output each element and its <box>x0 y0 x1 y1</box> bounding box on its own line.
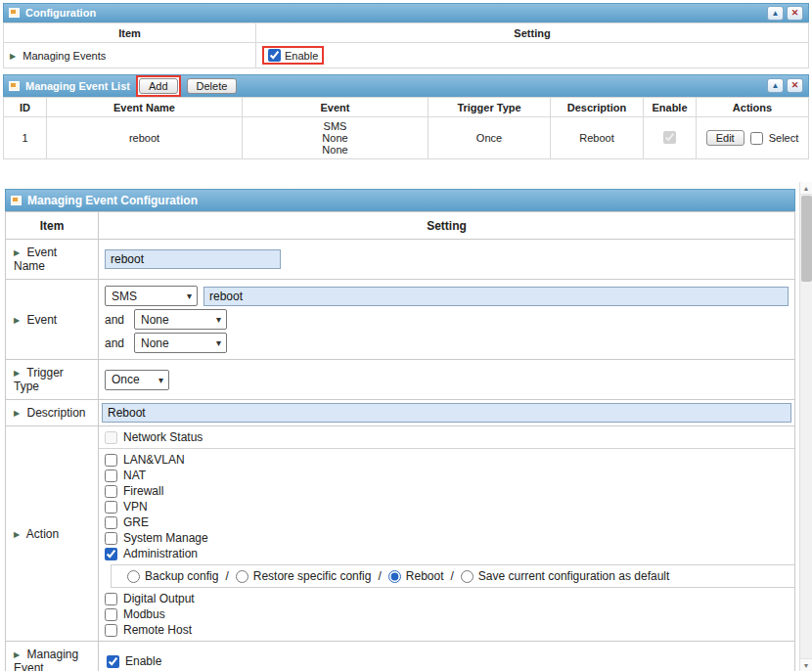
window-buttons: ▲ ✕ <box>767 78 803 93</box>
event-type-selected-value: SMS <box>112 290 137 303</box>
trigger-type-select[interactable]: Once ▾ <box>105 370 169 390</box>
scrollbar-thumb[interactable] <box>801 196 812 282</box>
event-list-row: 1 reboot SMS None None Once Reboot Edit <box>4 117 809 159</box>
description-input[interactable] <box>102 403 791 423</box>
managing-events-enable-checkbox[interactable] <box>268 49 281 62</box>
modbus-checkbox[interactable] <box>105 608 117 621</box>
action-label: Action <box>26 527 59 541</box>
save-default-label: Save current configuration as default <box>478 569 669 583</box>
save-default-radio[interactable] <box>461 570 474 583</box>
row-managing-event: ▶ Managing Event Enable <box>6 642 795 671</box>
event-label: Event <box>27 313 58 327</box>
collapse-button[interactable]: ▲ <box>767 78 784 93</box>
gre-checkbox[interactable] <box>105 516 117 529</box>
configuration-panel: Configuration ▲ ✕ Item Setting ▶ Managin… <box>3 3 809 68</box>
column-header-event-name: Event Name <box>47 98 243 117</box>
row-select-checkbox[interactable] <box>750 132 763 145</box>
event-list-panel-title: Managing Event List <box>25 80 130 92</box>
nat-label: NAT <box>123 469 146 482</box>
trigger-type-selected-value: Once <box>112 373 140 386</box>
chevron-down-icon: ▾ <box>216 337 221 348</box>
lan-vlan-checkbox[interactable] <box>105 454 117 467</box>
configuration-panel-title: Configuration <box>25 7 96 19</box>
cell-trigger-type: Once <box>429 117 551 159</box>
remote-host-checkbox[interactable] <box>105 624 117 637</box>
column-header-item: Item <box>6 212 99 240</box>
radio-separator: / <box>225 569 228 583</box>
restore-config-radio[interactable] <box>236 570 248 583</box>
system-manage-label: System Manage <box>123 531 208 545</box>
row-description: ▶ Description <box>6 400 795 426</box>
column-header-trigger-type: Trigger Type <box>429 98 551 117</box>
event-list-table: ID Event Name Event Trigger Type Descrip… <box>3 97 809 159</box>
close-button[interactable]: ✕ <box>787 6 803 21</box>
event-and1-select[interactable]: None ▾ <box>134 309 227 330</box>
and-label: and <box>105 336 128 350</box>
panel-icon <box>9 81 20 91</box>
remote-host-label: Remote Host <box>123 623 192 637</box>
item-arrow-icon: ▶ <box>14 409 20 418</box>
column-header-setting: Setting <box>256 23 809 43</box>
enable-label: Enable <box>125 654 161 668</box>
managing-events-label: Managing Events <box>23 50 106 62</box>
event-and2-select[interactable]: None ▾ <box>134 333 227 353</box>
managing-event-enable-checkbox[interactable] <box>107 655 119 668</box>
event-name-label: Event Name <box>14 246 57 273</box>
vertical-scrollbar[interactable]: ▲ ▼ <box>799 182 812 671</box>
network-status-checkbox <box>105 431 117 444</box>
highlight-box-add: Add <box>136 75 181 97</box>
administration-checkbox[interactable] <box>105 548 117 560</box>
backup-config-label: Backup config <box>145 569 218 583</box>
item-arrow-icon: ▶ <box>14 369 20 378</box>
chevron-down-icon: ▾ <box>216 314 221 325</box>
managing-event-configuration-dialog: Managing Event Configuration Item Settin… <box>5 189 795 671</box>
chevron-down-icon: ▾ <box>158 375 163 385</box>
column-header-event: Event <box>243 98 429 117</box>
firewall-checkbox[interactable] <box>105 485 117 498</box>
table-row: ▶ Managing Events Enable <box>4 43 809 68</box>
network-status-label: Network Status <box>123 430 203 444</box>
row-event-name: ▶ Event Name <box>6 240 795 280</box>
trigger-type-label: Trigger Type <box>14 366 64 393</box>
vpn-checkbox[interactable] <box>105 501 117 514</box>
event-value-input[interactable] <box>203 287 789 306</box>
delete-button[interactable]: Delete <box>187 78 238 94</box>
item-arrow-icon: ▶ <box>14 316 20 325</box>
row-action: ▶ Action Network Status LAN&VLAN <box>6 426 795 642</box>
item-arrow-icon: ▶ <box>14 650 20 659</box>
column-header-item: Item <box>4 23 256 43</box>
backup-config-radio[interactable] <box>127 570 140 583</box>
edit-button[interactable]: Edit <box>706 130 744 146</box>
cell-id: 1 <box>4 117 47 159</box>
enable-label: Enable <box>285 50 318 62</box>
collapse-button[interactable]: ▲ <box>767 6 784 21</box>
system-manage-checkbox[interactable] <box>105 532 117 545</box>
managing-event-list-panel: Managing Event List Add Delete ▲ ✕ ID Ev… <box>3 74 809 159</box>
close-button[interactable]: ✕ <box>787 78 803 93</box>
gre-label: GRE <box>123 515 149 529</box>
cell-description: Reboot <box>551 117 644 159</box>
configuration-table: Item Setting ▶ Managing Events Enable <box>3 22 809 68</box>
row-event: ▶ Event SMS ▾ and None <box>6 280 795 360</box>
row-actions: Edit Select <box>702 130 802 146</box>
vpn-label: VPN <box>123 500 148 514</box>
event-config-table: Item Setting ▶ Event Name ▶ Event <box>5 211 795 671</box>
cell-event: SMS None None <box>248 120 422 156</box>
event-and1-selected-value: None <box>141 313 169 327</box>
item-arrow-icon: ▶ <box>10 52 16 61</box>
event-config-title: Managing Event Configuration <box>27 194 198 207</box>
event-type-select[interactable]: SMS ▾ <box>105 286 198 306</box>
reboot-radio[interactable] <box>388 570 401 583</box>
event-and2-selected-value: None <box>141 336 169 350</box>
chevron-down-icon: ▾ <box>187 291 192 301</box>
scroll-up-button[interactable]: ▲ <box>800 182 812 195</box>
event-name-input[interactable] <box>105 249 281 269</box>
add-button[interactable]: Add <box>139 78 178 94</box>
select-label: Select <box>769 132 799 144</box>
radio-separator: / <box>451 569 454 583</box>
restore-config-label: Restore specific config <box>253 569 372 583</box>
nat-checkbox[interactable] <box>105 470 117 482</box>
digital-output-checkbox[interactable] <box>105 593 117 605</box>
lan-vlan-label: LAN&VLAN <box>123 453 185 467</box>
scroll-down-button[interactable]: ▼ <box>800 658 812 671</box>
